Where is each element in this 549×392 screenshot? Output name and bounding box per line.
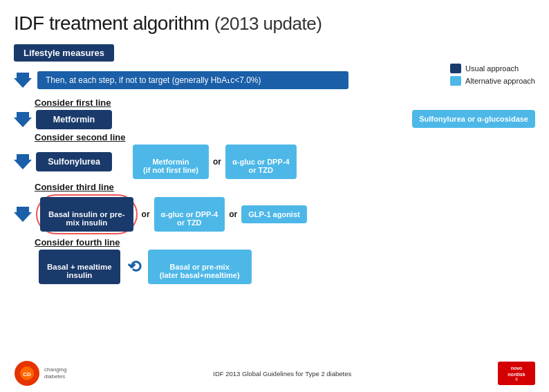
fourth-line-right-label: Basal or pre-mix (later basal+mealtime) <box>160 263 240 279</box>
title-main: IDF treatment algorithm <box>14 12 210 34</box>
legend-alt-box <box>450 76 461 86</box>
third-or2-text: or <box>229 209 237 219</box>
first-line-right-box: Sulfonylurea or α-glucosidase <box>412 110 535 128</box>
consider-fourth-section: Consider fourth line Basal + mealtime in… <box>14 236 535 284</box>
footer-source: IDF 2013 Global Guidelines for Type 2 di… <box>213 370 351 377</box>
page: IDF treatment algorithm (2013 update) Us… <box>0 0 549 392</box>
consider-fourth-label: Consider fourth line <box>35 237 120 248</box>
second-line-right-label: α-gluc or DPP-4 or TZD <box>232 158 290 174</box>
page-title: IDF treatment algorithm (2013 update) <box>14 12 535 35</box>
legend-usual-box <box>450 64 461 73</box>
third-line-right-label: GLP-1 agonist <box>248 210 300 218</box>
fourth-line-right-box: Basal or pre-mix (later basal+mealtime) <box>148 250 252 284</box>
legend: Usual approach Alternative approach <box>450 64 535 86</box>
consider-second-label: Consider second line <box>35 132 125 142</box>
first-line-right-label: Sulfonylurea or α-glucosidase <box>419 115 528 123</box>
legend-usual-label: Usual approach <box>465 64 519 73</box>
third-or1-text: or <box>142 209 150 219</box>
fourth-line-main-box: Basal + mealtime insulin <box>39 250 120 284</box>
consider-third-section: Consider third line Basal insulin or pre… <box>14 180 535 234</box>
basal-insulin-label: Basal insulin or pre- mix insulin <box>48 210 125 227</box>
footer-left: CD changing diabetes <box>14 360 66 386</box>
second-line-mid-box: Metformin (if not first line) <box>133 144 209 179</box>
third-line-right-box: GLP-1 agonist <box>241 205 307 223</box>
second-line-right-box: α-gluc or DPP-4 or TZD <box>225 144 297 179</box>
consider-third-label: Consider third line <box>35 182 114 192</box>
footer: CD changing diabetes IDF 2013 Global Gui… <box>0 360 549 386</box>
basal-insulin-box: Basal insulin or pre- mix insulin <box>40 197 133 232</box>
legend-usual: Usual approach <box>450 64 535 73</box>
third-line-mid-label: α-gluc or DPP-4 or TZD <box>161 210 218 227</box>
novo-nordisk-logo: novo nordisk ® <box>498 362 535 385</box>
metformin-box: Metformin <box>36 110 112 129</box>
second-or-text: or <box>213 157 221 167</box>
fourth-line-main-label: Basal + mealtime insulin <box>47 263 112 279</box>
sulfonylurea-box: Sulfonylurea <box>36 152 112 171</box>
consider-second-section: Consider second line Sulfonylurea Metfor… <box>14 131 535 179</box>
third-line-mid-box: α-gluc or DPP-4 or TZD <box>154 197 225 232</box>
consider-first-label: Consider first line <box>35 97 111 108</box>
consider-first-section: Consider first line Metformin Sulfonylur… <box>14 96 535 129</box>
second-line-mid-label: Metformin (if not first line) <box>143 158 198 174</box>
title-sub: (2013 update) <box>214 13 322 34</box>
changing-diabetes-logo: CD <box>14 360 40 386</box>
cycle-arrows-icon: ⟲ <box>127 257 141 277</box>
lifestyle-box: Lifestyle measures <box>14 44 114 62</box>
changing-diabetes-text: changing diabetes <box>44 366 66 381</box>
legend-alt-label: Alternative approach <box>465 77 535 85</box>
then-box: Then, at each step, if not to target (ge… <box>37 71 348 89</box>
svg-text:CD: CD <box>23 371 31 377</box>
legend-alt: Alternative approach <box>450 76 535 86</box>
